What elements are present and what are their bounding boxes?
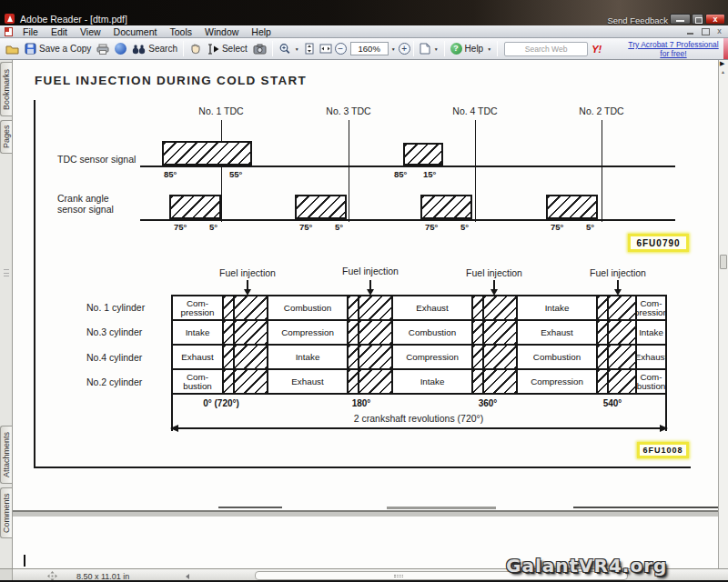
injection-band: [609, 321, 637, 344]
degree-label: 75°: [299, 222, 312, 232]
injection-band: [484, 321, 518, 344]
phase-cell: Exhaust: [637, 346, 665, 368]
injection-band: [235, 321, 268, 344]
doc-minimize-button[interactable]: [685, 27, 695, 35]
menu-file[interactable]: File: [16, 26, 45, 37]
phase-cell: Com- bustion: [637, 370, 665, 393]
menu-document[interactable]: Document: [107, 26, 164, 37]
doc-restore-button[interactable]: [700, 27, 710, 35]
doc-close-button[interactable]: x: [714, 27, 724, 35]
tdc-mark-label: No. 4 TDC: [452, 105, 497, 116]
page-display-button[interactable]: ▼: [417, 40, 441, 58]
yahoo-icon[interactable]: Y!: [592, 44, 602, 55]
cylinder-label: No. 1 cylinder: [86, 302, 145, 313]
tab-attachments[interactable]: Attachments: [0, 426, 12, 484]
search-button[interactable]: Search: [129, 40, 180, 58]
adobe-reader-window: Adobe Reader - [dtm.pdf] Send Feedback x…: [0, 0, 728, 582]
phase-cell: Intake: [393, 370, 473, 393]
axis-label: 180°: [352, 398, 371, 408]
zoom-out-button[interactable]: −: [335, 43, 347, 55]
tab-pages[interactable]: Pages: [0, 120, 12, 154]
degree-label: 75°: [425, 222, 438, 232]
help-label: Help: [465, 44, 484, 54]
maximize-button[interactable]: [692, 14, 703, 25]
menu-tools[interactable]: Tools: [163, 26, 198, 37]
tdc-reference-line: [602, 120, 602, 222]
footer-rule: [573, 507, 718, 508]
tab-comments[interactable]: Comments: [0, 487, 12, 538]
injection-band: [349, 370, 359, 393]
save-a-copy-button[interactable]: Save a Copy: [22, 40, 94, 58]
hand-tool-button[interactable]: [187, 40, 204, 58]
menu-bar: File Edit View Document Tools Window Hel…: [0, 25, 728, 38]
send-feedback-link[interactable]: Send Feedback: [607, 15, 668, 25]
fuel-injection-label: Fuel injection: [590, 267, 646, 278]
diagram-axis-horizontal: [34, 467, 691, 468]
menu-view[interactable]: View: [74, 26, 107, 37]
injection-band: [224, 370, 235, 393]
degree-label: 55°: [229, 169, 242, 179]
toolbar-separator: [444, 41, 445, 56]
close-button[interactable]: x: [705, 14, 725, 25]
text-cursor-artifact: [24, 555, 25, 567]
injection-band: [235, 346, 268, 368]
injection-band: [235, 296, 268, 319]
injection-band: [484, 370, 518, 393]
span-double-arrow: [171, 427, 667, 429]
chevron-down-icon[interactable]: ▼: [391, 46, 396, 52]
menu-window[interactable]: Window: [198, 26, 245, 37]
pane-grip[interactable]: [4, 269, 9, 276]
email-icon: [115, 43, 126, 55]
degree-label: 5°: [335, 222, 343, 232]
email-button[interactable]: [112, 40, 129, 58]
fuel-injection-label: Fuel injection: [219, 267, 276, 278]
open-button[interactable]: [3, 40, 22, 58]
axis-label: 540°: [603, 398, 622, 408]
acrobat-promo-link[interactable]: Try Acrobat 7 Professional for free!: [626, 40, 721, 58]
scroll-up-icon[interactable]: ▲: [721, 69, 725, 75]
injection-band: [235, 370, 268, 393]
tdc-signal-baseline: [140, 166, 675, 167]
fit-width-button[interactable]: [317, 40, 335, 58]
tab-bookmarks[interactable]: Bookmarks: [0, 62, 12, 116]
injection-band: [359, 346, 393, 368]
tdc-mark-label: No. 2 TDC: [579, 105, 623, 116]
zoom-tool-button[interactable]: ▼: [276, 40, 302, 58]
print-button[interactable]: [94, 40, 112, 58]
phase-cell: Intake: [518, 296, 598, 319]
minimize-button[interactable]: [670, 14, 691, 25]
zoom-in-button[interactable]: +: [399, 43, 410, 55]
injection-band: [349, 321, 359, 344]
crank-pulse: [295, 195, 347, 219]
zoom-level-select[interactable]: 160%: [350, 42, 389, 55]
menu-help[interactable]: Help: [245, 26, 278, 37]
splitter-marker[interactable]: [186, 574, 189, 579]
table-row: Intake Compression Combustion Exhaust In…: [173, 321, 665, 346]
select-tool-button[interactable]: Select: [204, 40, 250, 58]
crank-pulse: [546, 195, 598, 219]
injection-band: [598, 296, 609, 319]
crank-signal-baseline: [140, 219, 675, 221]
cylinder-cycle-table: Com- pression Combustion Exhaust Intake …: [171, 295, 667, 395]
table-row: Com- bustion Exhaust Intake Compression …: [173, 370, 665, 393]
injection-band: [359, 370, 393, 393]
axis-label: 360°: [479, 398, 498, 408]
phase-cell: Combustion: [268, 296, 349, 319]
search-web-input[interactable]: Search Web: [504, 42, 588, 56]
title-bar: Adobe Reader - [dtm.pdf] Send Feedback x: [0, 0, 728, 25]
vertical-scrollbar[interactable]: ▶ ▲: [718, 60, 728, 568]
phase-cell: Exhaust: [268, 370, 349, 393]
fit-page-button[interactable]: [302, 40, 317, 58]
snapshot-camera-icon: [253, 44, 267, 55]
menu-edit[interactable]: Edit: [45, 26, 74, 37]
table-row: Exhaust Intake Compression Combustion Ex…: [173, 346, 665, 370]
figure-code-badge: 6FU0790: [628, 234, 689, 252]
phase-cell: Intake: [637, 321, 665, 344]
vertical-scrollbar-thumb[interactable]: [720, 255, 727, 269]
injection-band: [609, 370, 637, 393]
toolbar-overflow-icon[interactable]: ▶: [720, 60, 724, 67]
search-web-placeholder: Search Web: [525, 45, 568, 54]
help-button[interactable]: ? Help ▼: [448, 40, 495, 58]
tdc-reference-line: [475, 120, 476, 222]
snapshot-button[interactable]: [250, 40, 269, 58]
